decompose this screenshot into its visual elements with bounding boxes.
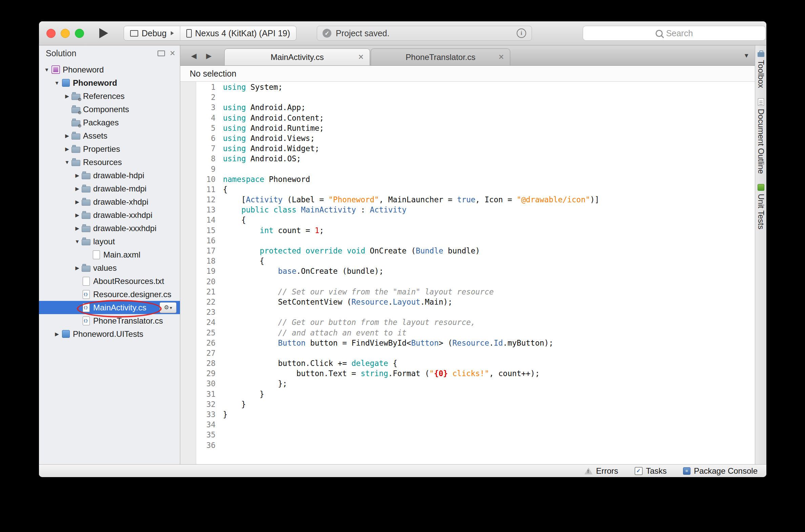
disclosure-triangle-icon[interactable]: ▶ xyxy=(63,93,71,99)
disclosure-triangle-icon[interactable]: ▶ xyxy=(74,212,81,218)
code-line[interactable]: 19 base.OnCreate (bundle); xyxy=(180,266,755,276)
close-icon[interactable]: × xyxy=(359,53,364,62)
tree-row-mainactivity-cs[interactable]: MainActivity.cs⚙▾ xyxy=(39,301,180,314)
code-line[interactable]: 24 // Get our button from the layout res… xyxy=(180,317,755,327)
close-icon[interactable]: × xyxy=(499,53,504,62)
code-line[interactable]: 10namespace Phoneword xyxy=(180,174,755,184)
tree-row-drawable-xxxhdpi[interactable]: ▶drawable-xxxhdpi xyxy=(39,222,180,235)
code-line[interactable]: 22 SetContentView (Resource.Layout.Main)… xyxy=(180,297,755,307)
disclosure-triangle-icon[interactable]: ▶ xyxy=(53,331,61,337)
zoom-window-button[interactable] xyxy=(75,29,84,38)
strip-item-unit-tests[interactable]: Unit Tests xyxy=(756,184,766,229)
tree-row-phoneword[interactable]: ▼Phoneword xyxy=(39,63,180,76)
code-line[interactable]: 28 button.Click += delegate { xyxy=(180,358,755,368)
tree-item-label: References xyxy=(83,92,125,101)
code-editor[interactable]: 1using System;23using Android.App;4using… xyxy=(180,82,755,464)
toolbox-icon xyxy=(758,52,764,57)
code-line[interactable]: 32 } xyxy=(180,399,755,409)
tree-row-resources[interactable]: ▼Resources xyxy=(39,155,180,169)
tree-row-packages[interactable]: Packages xyxy=(39,116,180,129)
tree-row-phoneword-uitests[interactable]: ▶Phoneword.UITests xyxy=(39,327,180,341)
code-line[interactable]: 23 xyxy=(180,307,755,317)
code-line[interactable]: 25 // and attach an event to it xyxy=(180,328,755,338)
strip-item-toolbox[interactable]: Toolbox xyxy=(756,50,766,88)
forward-icon[interactable]: ▶ xyxy=(206,52,211,60)
tree-row-references[interactable]: ▶References xyxy=(39,90,180,103)
code-line[interactable]: 7using Android.Widget; xyxy=(180,143,755,153)
code-line[interactable]: 9 xyxy=(180,164,755,174)
code-line[interactable]: 27 xyxy=(180,348,755,358)
code-line[interactable]: 29 button.Text = string.Format ("{0} cli… xyxy=(180,368,755,379)
code-line[interactable]: 5using Android.Runtime; xyxy=(180,123,755,133)
disclosure-triangle-icon[interactable]: ▶ xyxy=(74,186,81,192)
code-line[interactable]: 17 protected override void OnCreate (Bun… xyxy=(180,246,755,256)
status-bar-item-tasks[interactable]: ✓Tasks xyxy=(635,466,667,476)
tree-row-phonetranslator-cs[interactable]: PhoneTranslator.cs xyxy=(39,314,180,327)
code-line[interactable]: 20 xyxy=(180,277,755,287)
disclosure-triangle-icon[interactable]: ▶ xyxy=(63,146,71,152)
info-icon[interactable]: i xyxy=(517,28,526,38)
disclosure-triangle-icon[interactable]: ▶ xyxy=(74,225,81,231)
run-button[interactable] xyxy=(99,21,108,45)
tree-row-layout[interactable]: ▼layout xyxy=(39,235,180,248)
code-line[interactable]: 18 { xyxy=(180,256,755,266)
disclosure-triangle-icon[interactable]: ▶ xyxy=(74,172,81,178)
tab-overflow-chevron-icon[interactable]: ▼ xyxy=(743,52,749,59)
tab-phonetranslator-cs[interactable]: PhoneTranslator.cs× xyxy=(371,49,510,65)
code-line[interactable]: 6using Android.Views; xyxy=(180,133,755,143)
code-line[interactable]: 16 xyxy=(180,235,755,246)
code-token xyxy=(296,205,301,214)
code-line[interactable]: 12 [Activity (Label = "Phoneword", MainL… xyxy=(180,194,755,205)
status-bar-item-package-console[interactable]: ≡Package Console xyxy=(683,466,758,476)
code-line[interactable]: 30 }; xyxy=(180,379,755,389)
tree-row-drawable-mdpi[interactable]: ▶drawable-mdpi xyxy=(39,182,180,195)
tree-row-main-axml[interactable]: Main.axml xyxy=(39,248,180,261)
code-line[interactable]: 4using Android.Content; xyxy=(180,113,755,123)
tree-row-assets[interactable]: ▶Assets xyxy=(39,129,180,142)
code-line[interactable]: 14 { xyxy=(180,215,755,225)
tree-row-drawable-xxhdpi[interactable]: ▶drawable-xxhdpi xyxy=(39,208,180,222)
disclosure-triangle-icon[interactable]: ▼ xyxy=(74,239,81,244)
disclosure-triangle-icon[interactable]: ▼ xyxy=(53,80,61,86)
code-line[interactable]: 35 xyxy=(180,430,755,440)
tree-row-components[interactable]: Components xyxy=(39,103,180,116)
gear-menu-button[interactable]: ⚙▾ xyxy=(159,302,176,313)
tree-row-values[interactable]: ▶values xyxy=(39,261,180,274)
search-field[interactable]: Search xyxy=(583,26,766,41)
configuration-selector[interactable]: Debug xyxy=(124,26,180,40)
code-line[interactable]: 8using Android.OS; xyxy=(180,153,755,164)
code-line[interactable]: 33} xyxy=(180,409,755,419)
tab-mainactivity-cs[interactable]: MainActivity.cs× xyxy=(224,49,370,65)
tree-row-drawable-xhdpi[interactable]: ▶drawable-xhdpi xyxy=(39,195,180,208)
status-bar-item-errors[interactable]: !Errors xyxy=(584,466,618,476)
code-line[interactable]: 2 xyxy=(180,92,755,102)
code-line[interactable]: 15 int count = 1; xyxy=(180,225,755,235)
dock-pane-icon[interactable] xyxy=(157,51,165,56)
disclosure-triangle-icon[interactable]: ▶ xyxy=(74,199,81,205)
tree-row-phoneword[interactable]: ▼Phoneword xyxy=(39,76,180,90)
tree-row-resource-designer-cs[interactable]: Resource.designer.cs xyxy=(39,288,180,301)
tree-row-properties[interactable]: ▶Properties xyxy=(39,142,180,155)
code-line[interactable]: 1using System; xyxy=(180,82,755,92)
code-line[interactable]: 21 // Set our view from the "main" layou… xyxy=(180,287,755,297)
tree-row-aboutresources-txt[interactable]: AboutResources.txt xyxy=(39,274,180,288)
code-line[interactable]: 3using Android.App; xyxy=(180,102,755,113)
code-line[interactable]: 36 xyxy=(180,440,755,450)
code-line[interactable]: 34 xyxy=(180,419,755,430)
tree-row-drawable-hdpi[interactable]: ▶drawable-hdpi xyxy=(39,169,180,182)
code-line[interactable]: 31 } xyxy=(180,389,755,399)
code-line[interactable]: 26 Button button = FindViewById<Button> … xyxy=(180,338,755,348)
minimize-window-button[interactable] xyxy=(61,29,70,38)
code-line[interactable]: 13 public class MainActivity : Activity xyxy=(180,205,755,215)
close-pane-icon[interactable]: × xyxy=(170,49,175,58)
strip-item-document-outline[interactable]: Document Outline xyxy=(756,98,766,174)
disclosure-triangle-icon[interactable]: ▶ xyxy=(74,265,81,271)
code-token: { xyxy=(388,359,398,368)
disclosure-triangle-icon[interactable]: ▼ xyxy=(63,159,71,165)
disclosure-triangle-icon[interactable]: ▼ xyxy=(43,67,51,73)
close-window-button[interactable] xyxy=(46,29,56,38)
code-line[interactable]: 11{ xyxy=(180,184,755,194)
disclosure-triangle-icon[interactable]: ▶ xyxy=(63,133,71,139)
back-icon[interactable]: ◀ xyxy=(191,52,196,60)
device-selector[interactable]: Nexus 4 (KitKat) (API 19) xyxy=(180,26,296,40)
